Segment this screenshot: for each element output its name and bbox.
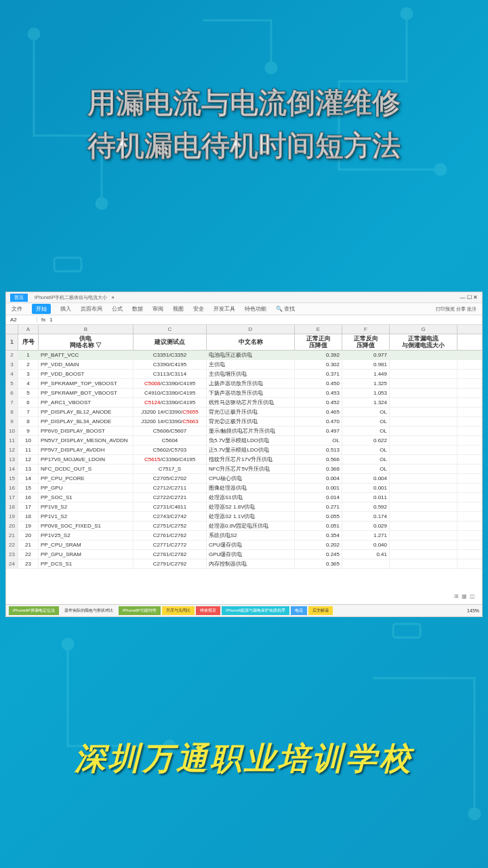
menu-search[interactable]: 🔍 查找 [276, 305, 295, 313]
table-row[interactable]: 1312PP17V0_MOJAVE_LDOINC5615/C3390/C4195… [6, 455, 482, 465]
cell[interactable]: 0.051 [295, 521, 342, 530]
cell[interactable] [390, 379, 458, 388]
formula-bar[interactable]: A2 fx 1 [6, 315, 482, 325]
cell[interactable]: 0.014 [295, 493, 342, 502]
cell[interactable] [390, 408, 458, 416]
cell[interactable] [390, 559, 458, 568]
toolbar-icon[interactable]: ◫ [470, 593, 475, 599]
cell[interactable]: C2791/C2792 [134, 559, 207, 568]
cell[interactable]: 0.453 [295, 389, 342, 397]
cell[interactable]: 19 [18, 521, 39, 530]
cell[interactable] [390, 493, 458, 502]
cell[interactable]: 0.055 [295, 512, 342, 521]
cell[interactable]: PP1V1_S2 [39, 512, 134, 521]
table-row[interactable]: 109PP6V0_DISPLAY_BOOSTC5606/C5607显示/触摸供电… [6, 427, 482, 436]
cell[interactable]: 内存控制器供电 [207, 559, 295, 568]
cell[interactable]: OL [342, 455, 390, 464]
cell[interactable]: C2771/C2772 [134, 540, 207, 549]
header-正向[interactable]: 正常正向压降值 [295, 334, 342, 350]
row-number[interactable]: 9 [6, 417, 18, 426]
cell[interactable]: 0.245 [295, 550, 342, 559]
cell[interactable] [390, 398, 458, 407]
cell[interactable]: 0.452 [295, 398, 342, 407]
cell[interactable]: C2751/C2752 [134, 521, 207, 530]
cell[interactable]: 5 [18, 389, 39, 397]
ribbon-right[interactable]: 打印预览 分享 批注 [436, 306, 476, 313]
cell[interactable]: 指纹升压芯片17V升压供电 [207, 455, 295, 464]
header-测试点[interactable]: 建议测试点 [134, 334, 207, 350]
cell[interactable]: 3 [18, 370, 39, 378]
cell[interactable] [390, 512, 458, 521]
cell[interactable]: 0.392 [295, 351, 342, 359]
header-供电[interactable]: 供电网络名称 ▽ [39, 334, 134, 350]
cell[interactable]: CPU缓存供电 [207, 540, 295, 549]
col-header-c[interactable]: C [134, 325, 207, 334]
menu-formula[interactable]: 公式 [112, 305, 123, 313]
cell[interactable]: 6 [18, 398, 39, 407]
cell[interactable]: 0.271 [295, 502, 342, 511]
cell[interactable]: 0.566 [295, 455, 342, 464]
menu-file[interactable]: 文件 [12, 305, 22, 313]
cell[interactable]: 8 [18, 417, 39, 426]
cell[interactable]: 处理器0.8V固定电压供电 [207, 521, 295, 530]
table-row[interactable]: 1514PP_CPU_PCOREC2705/C2702CPU核心供电0.0040… [6, 474, 482, 484]
row-number[interactable]: 8 [6, 408, 18, 416]
table-row[interactable]: 2322PP_GPU_SRAMC2781/C2782GPU缓存供电0.2450.… [6, 550, 482, 559]
cell[interactable]: C2781/C2782 [134, 550, 207, 559]
row-number[interactable]: 14 [6, 465, 18, 473]
cell[interactable] [390, 474, 458, 483]
col-header-g[interactable]: G [390, 325, 458, 334]
fx-icon[interactable]: fx [37, 317, 49, 323]
cell[interactable]: C5615/C3390/C4195 [134, 455, 207, 464]
cell[interactable]: 0.011 [342, 493, 390, 502]
cell[interactable] [390, 521, 458, 530]
menu-review[interactable]: 审阅 [152, 305, 163, 313]
sheet-tab[interactable]: 后文解读 [308, 606, 333, 615]
cell[interactable]: PP_GPU_SRAM [39, 550, 134, 559]
row-number[interactable]: 19 [6, 512, 18, 521]
cell[interactable]: PP_VDD_MAIN [39, 360, 134, 369]
cell[interactable]: 1.325 [342, 379, 390, 388]
table-row[interactable]: 1615PP_GPUC2712/C2711图像处理器供电0.0010.001 [6, 484, 482, 493]
menu-start[interactable]: 开始 [32, 304, 51, 314]
cell[interactable]: 2 [18, 360, 39, 369]
toolbar-icon[interactable]: ▦ [462, 593, 467, 599]
table-row[interactable]: 1716PP_SOC_S1C2722/C2721处理器S1供电0.0140.01… [6, 493, 482, 502]
cell[interactable]: 1.053 [342, 389, 390, 397]
row-number[interactable]: 15 [6, 474, 18, 483]
col-header-a[interactable]: A [18, 325, 39, 334]
cell[interactable]: 23 [18, 559, 39, 568]
table-row[interactable]: 32PP_VDD_MAINC3390/C4195主供电0.3020.981 [6, 360, 482, 370]
cell[interactable]: 0.001 [295, 484, 342, 492]
cell[interactable]: 7 [18, 408, 39, 416]
cell[interactable] [390, 427, 458, 435]
cell[interactable]: 1 [18, 351, 39, 359]
cell[interactable] [390, 484, 458, 492]
cell[interactable] [390, 436, 458, 445]
cell[interactable]: 12 [18, 455, 39, 464]
row-number[interactable]: 22 [6, 540, 18, 549]
cell[interactable]: C2761/C2762 [134, 531, 207, 540]
row-number[interactable]: 21 [6, 531, 18, 540]
menu-data[interactable]: 数据 [132, 305, 143, 313]
cell[interactable] [390, 465, 458, 473]
menu-layout[interactable]: 页面布局 [81, 305, 102, 313]
menu-security[interactable]: 安全 [193, 305, 204, 313]
cell[interactable]: C7517_S [134, 465, 207, 473]
cell[interactable]: 图像处理器供电 [207, 484, 295, 492]
table-row[interactable]: 65PP_SPKRAMP_BOT_VBOOSTC4910/C3390/C4195… [6, 389, 482, 398]
table-row[interactable]: 1817PP1V8_S2C2731/C4811处理器S2 1.8V供电0.271… [6, 502, 482, 512]
cell[interactable]: 处理器S2 1.8V供电 [207, 502, 295, 511]
sheet-tab[interactable]: 升压与关闭比 [162, 606, 195, 615]
cell[interactable]: 0.302 [295, 360, 342, 369]
row-number[interactable]: 23 [6, 550, 18, 559]
cell[interactable]: 0.592 [342, 502, 390, 511]
select-all-corner[interactable] [6, 325, 18, 334]
cell[interactable]: 20 [18, 531, 39, 540]
cell[interactable]: C3351/C3352 [134, 351, 207, 359]
cell[interactable]: PP_SOC_S1 [39, 493, 134, 502]
table-row[interactable]: 1918PP1V1_S2C2743/C2742处理器S2 1.1V供电0.055… [6, 512, 482, 521]
toolbar-icon[interactable]: ⊞ [454, 593, 459, 599]
cell[interactable]: 0.622 [342, 436, 390, 445]
cell[interactable]: 0.354 [295, 531, 342, 540]
